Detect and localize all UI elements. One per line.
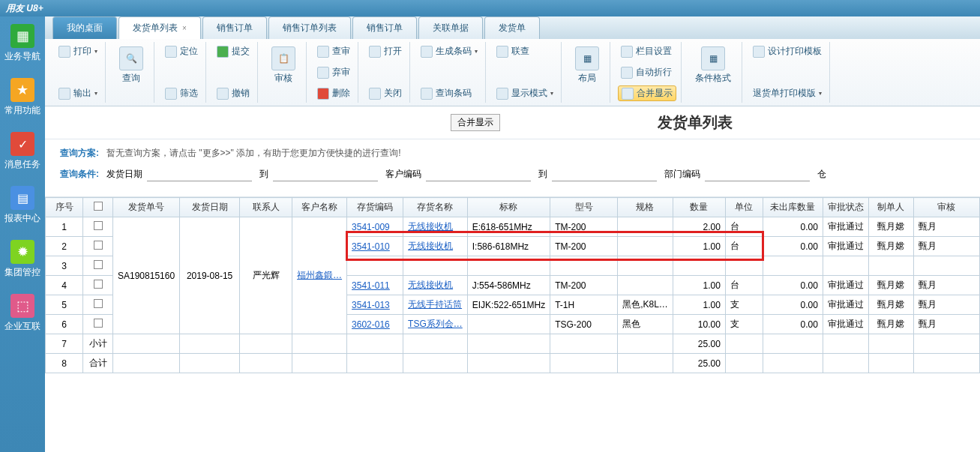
cell-code[interactable]: 3541-013 <box>347 295 403 315</box>
col-maker[interactable]: 制单人 <box>868 198 913 217</box>
date-from-input[interactable] <box>147 167 252 181</box>
cust-from-input[interactable] <box>426 167 531 181</box>
col-date[interactable]: 发货日期 <box>180 198 240 217</box>
cell-unit: 台 <box>725 237 763 256</box>
query-button[interactable]: 🔍查询 <box>113 43 149 88</box>
tab-related[interactable]: 关联单据 <box>418 16 483 39</box>
cell-check[interactable] <box>83 276 113 295</box>
cell-name[interactable]: 无线手持话筒 <box>403 295 468 315</box>
col-button[interactable]: 栏目设置 <box>618 43 676 59</box>
sidebar-item-grp[interactable]: ✹集团管控 <box>4 240 40 279</box>
cell-code[interactable]: 3541-009 <box>347 217 403 237</box>
col-std[interactable]: 规格 <box>618 198 673 217</box>
col-check[interactable] <box>83 198 113 217</box>
revoke-button[interactable]: 撤销 <box>214 85 253 101</box>
tab-label: 销售订单 <box>217 22 253 33</box>
table-row[interactable]: 1SA1908151602019-08-15严光辉福州鑫鍛…3541-009无线… <box>46 217 980 237</box>
cell-name[interactable] <box>403 256 468 276</box>
cell-check[interactable] <box>83 217 113 237</box>
col-contact[interactable]: 联系人 <box>240 198 292 217</box>
link-button[interactable]: 联查 <box>493 43 556 59</box>
return-template-button[interactable]: 退货单打印模版▾ <box>750 85 825 101</box>
print-button[interactable]: 打印▾ <box>55 43 100 59</box>
tpl-icon <box>753 46 765 58</box>
cell-aud: 甄月 <box>913 315 979 334</box>
cell-code[interactable]: 3541-011 <box>347 276 403 295</box>
cell-model: T-1H <box>550 295 618 315</box>
sidebar-item-ent[interactable]: ⬚企业互联 <box>4 294 40 333</box>
tab-label: 发货单 <box>499 22 526 33</box>
col-cust[interactable]: 客户名称 <box>292 198 347 217</box>
locate-button[interactable]: 定位 <box>162 43 201 59</box>
sidebar-item-msg[interactable]: ✓消息任务 <box>4 132 40 171</box>
col-name[interactable]: 存货名称 <box>403 198 468 217</box>
close-button[interactable]: 关闭 <box>366 85 405 101</box>
delete-button[interactable]: 删除 <box>314 85 353 101</box>
tab-sales-order[interactable]: 销售订单 <box>202 16 267 39</box>
merge-button[interactable]: 合并显示 <box>618 85 676 101</box>
cell-check[interactable] <box>83 315 113 334</box>
open-button[interactable]: 打开 <box>366 43 405 59</box>
sidebar-item-nav[interactable]: ▦业务导航 <box>4 24 40 63</box>
display-button[interactable]: 显示模式▾ <box>493 85 556 101</box>
merge-display-button[interactable]: 合并显示 <box>451 114 500 131</box>
cell-check[interactable] <box>83 256 113 276</box>
cell-name[interactable]: TSG系列会… <box>403 315 468 334</box>
output-button[interactable]: 输出▾ <box>55 85 100 101</box>
dept-input[interactable] <box>705 167 810 181</box>
tab-shipment[interactable]: 发货单 <box>484 16 540 39</box>
cell-pend: 0.00 <box>763 295 823 315</box>
approve-button[interactable]: 查审 <box>314 43 353 59</box>
sidebar-label: 消息任务 <box>4 158 40 171</box>
tab-shipment-list[interactable]: 发货单列表× <box>118 16 201 39</box>
cell-spec <box>467 315 550 334</box>
layout-button[interactable]: ▦布局 <box>569 43 605 88</box>
close-icon[interactable]: × <box>182 24 187 32</box>
col-status[interactable]: 审批状态 <box>823 198 868 217</box>
col-aud[interactable]: 审核 <box>913 198 979 217</box>
filter-button[interactable]: 筛选 <box>162 85 201 101</box>
sidebar-label: 业务导航 <box>4 50 40 63</box>
qbarcode-button[interactable]: 查询条码 <box>418 85 481 101</box>
cell-check[interactable] <box>83 237 113 256</box>
cell-std: 黑色,K8L… <box>618 295 673 315</box>
cell-code[interactable] <box>347 256 403 276</box>
cell-model <box>550 256 618 276</box>
col-unit[interactable]: 单位 <box>725 198 763 217</box>
cell-seq: 6 <box>46 315 83 334</box>
ribbon: 打印▾ 输出▾ 🔍查询 定位 筛选 提交 撤销 📋审核 查审 弃审 <box>45 39 980 106</box>
tab-desktop[interactable]: 我的桌面 <box>52 16 117 39</box>
cell-name[interactable]: 无线接收机 <box>403 217 468 237</box>
sidebar-item-fav[interactable]: ★常用功能 <box>4 78 40 117</box>
cell-code[interactable]: 3602-016 <box>347 315 403 334</box>
col-spec[interactable]: 标称 <box>467 198 550 217</box>
checkbox[interactable] <box>94 202 103 211</box>
barcode-button[interactable]: 生成条码▾ <box>418 43 481 59</box>
col-pend[interactable]: 未出库数量 <box>763 198 823 217</box>
submit-button[interactable]: 提交 <box>214 43 253 59</box>
tab-sales-order2[interactable]: 销售订单 <box>352 16 417 39</box>
template-button[interactable]: 设计打印模板 <box>750 43 825 59</box>
tab-sales-list[interactable]: 销售订单列表 <box>268 16 351 39</box>
col-doc[interactable]: 发货单号 <box>113 198 180 217</box>
abandon-button[interactable]: 弃审 <box>314 64 353 80</box>
col-code[interactable]: 存货编码 <box>347 198 403 217</box>
sidebar-item-rpt[interactable]: ▤报表中心 <box>4 186 40 225</box>
col-qty[interactable]: 数量 <box>673 198 725 217</box>
cell-code[interactable]: 3541-010 <box>347 237 403 256</box>
cell-doc: SA190815160 <box>113 217 180 334</box>
wrap-button[interactable]: 自动折行 <box>618 64 676 80</box>
cell-name[interactable]: 无线接收机 <box>403 237 468 256</box>
audit-button[interactable]: 📋审核 <box>265 43 301 88</box>
cell-check[interactable] <box>83 295 113 315</box>
date-to-input[interactable] <box>273 167 378 181</box>
cust-to-input[interactable] <box>552 167 657 181</box>
col-seq[interactable]: 序号 <box>46 198 83 217</box>
cell-name[interactable]: 无线接收机 <box>403 276 468 295</box>
cell-cust: 福州鑫鍛… <box>292 217 347 334</box>
format-button[interactable]: ▦条件格式 <box>689 43 737 88</box>
query-panel: 查询方案: 暂无查询方案，请点击 "更多>>" 添加，有助于您更加方便快捷的进行… <box>45 139 980 197</box>
col-model[interactable]: 型号 <box>550 198 618 217</box>
format-icon: ▦ <box>701 46 725 70</box>
cell-qty: 2.00 <box>673 217 725 237</box>
